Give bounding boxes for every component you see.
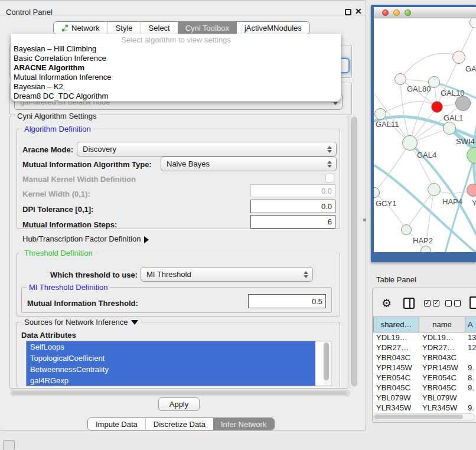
mi-threshold-label: Mutual Information Threshold: bbox=[27, 299, 138, 308]
table-row[interactable]: YDR27…YDR27…12 bbox=[373, 343, 476, 353]
tab-network[interactable]: Network bbox=[54, 22, 108, 34]
kernel-width-label: Kernel Width (0,1): bbox=[22, 190, 90, 198]
network-canvas[interactable]: GAL GAL80 GAL10 GAL1 GAL11 SWI4 GAL4 GCY… bbox=[374, 18, 476, 252]
panel-divider-handle[interactable] bbox=[363, 219, 366, 221]
column-header-shared[interactable]: shared… bbox=[373, 317, 419, 332]
node-swi4[interactable] bbox=[443, 122, 456, 135]
collapse-down-icon bbox=[131, 320, 138, 325]
node-label-gal11: GAL11 bbox=[376, 120, 399, 129]
node-unlabeled-bottom[interactable] bbox=[420, 246, 431, 252]
node-gal4[interactable] bbox=[402, 135, 418, 151]
menu-item-mutual-information[interactable]: Mutual Information Inference bbox=[11, 73, 341, 82]
deselect-checkbox-icon[interactable] bbox=[445, 300, 452, 306]
select-all-checkbox-icon-2[interactable]: ✓ bbox=[433, 300, 439, 306]
node-label-gal10: GAL10 bbox=[441, 89, 464, 97]
attr-item-betweennesscentrality[interactable]: BetweennessCentrality bbox=[27, 364, 315, 375]
which-threshold-select[interactable]: MI Threshold bbox=[141, 267, 313, 282]
attr-item-topologicalcoefficient[interactable]: TopologicalCoefficient bbox=[27, 353, 315, 364]
columns-icon[interactable] bbox=[403, 298, 415, 309]
combo-arrows-icon bbox=[327, 146, 332, 153]
node-label-gcy1: GCY1 bbox=[376, 199, 396, 208]
node-label-swi4: SWI4 bbox=[456, 137, 475, 146]
column-header-partial[interactable]: A bbox=[465, 317, 476, 332]
node-hap4[interactable] bbox=[428, 183, 441, 196]
close-window-icon[interactable] bbox=[382, 9, 389, 16]
menu-item-aracne[interactable]: ARACNE Algorithm bbox=[11, 63, 341, 73]
table-row[interactable]: YDL19…YDL19…13 bbox=[373, 332, 476, 343]
export-table-icon[interactable] bbox=[470, 296, 476, 309]
table-row[interactable]: YER054CYER054C8. bbox=[373, 373, 476, 383]
tab-discretize-data[interactable]: Discretize Data bbox=[146, 418, 213, 430]
apply-button[interactable]: Apply bbox=[158, 397, 200, 411]
node-gal80[interactable] bbox=[395, 73, 406, 85]
menu-item-basic-correlation[interactable]: Basic Correlation Inference bbox=[11, 54, 341, 63]
table-row[interactable]: YBR045CYBR045C9. bbox=[373, 383, 476, 393]
gear-icon[interactable]: ⚙ bbox=[382, 296, 392, 310]
table-row[interactable]: YPR145WYPR145W9. bbox=[373, 363, 476, 373]
hub-definition-label: Hub/Transcription Factor Definition bbox=[22, 234, 141, 243]
deselect-checkbox-icon-2[interactable] bbox=[454, 300, 461, 306]
mi-steps-field[interactable]: 6 bbox=[250, 215, 335, 229]
attr-list-scrollbar[interactable] bbox=[323, 343, 330, 385]
table-row[interactable]: YLR345WYLR345W9. bbox=[373, 403, 476, 413]
tab-select[interactable]: Select bbox=[141, 22, 178, 34]
tab-style[interactable]: Style bbox=[108, 22, 141, 34]
tab-network-label: Network bbox=[71, 24, 100, 32]
algorithm-definition-title: Algorithm Definition bbox=[22, 125, 93, 133]
select-all-checkbox-icon[interactable]: ✓ bbox=[424, 300, 431, 306]
node-label-gal1: GAL1 bbox=[444, 113, 463, 122]
tab-impute-data[interactable]: Impute Data bbox=[88, 418, 146, 430]
data-attributes-list[interactable]: SelfLoops TopologicalCoefficient Between… bbox=[26, 341, 331, 386]
network-icon bbox=[61, 24, 69, 32]
table-horizontal-scrollbar[interactable] bbox=[373, 413, 475, 420]
tab-infer-network-label: Infer Network bbox=[221, 420, 266, 429]
table-toolbar: ⚙ ✓ ✓ bbox=[372, 295, 476, 313]
menu-item-bayesian-k2[interactable]: Bayesian – K2 bbox=[11, 82, 341, 92]
combo-arrows-icon bbox=[327, 161, 332, 168]
node-table: shared… name A YDL19…YDL19…13 YDR27…YDR2… bbox=[373, 317, 476, 419]
manual-kernel-checkbox[interactable] bbox=[325, 174, 334, 182]
aracne-mode-select[interactable]: Discovery bbox=[77, 142, 337, 156]
dpi-tolerance-field[interactable]: 0.0 bbox=[250, 200, 335, 213]
which-threshold-value: MI Threshold bbox=[146, 270, 191, 279]
algorithm-dropdown-popup: Select algorithm to view settings Bayesi… bbox=[11, 34, 341, 102]
float-window-icon[interactable] bbox=[345, 9, 351, 15]
attr-item-selfloops[interactable]: SelfLoops bbox=[27, 341, 315, 353]
attr-item-gal4rgexp[interactable]: gal4RGexp bbox=[27, 375, 315, 386]
tab-jactivemnodules-label: jActiveMNodules bbox=[244, 24, 302, 32]
table-row[interactable]: YBR043CYBR043C bbox=[373, 353, 476, 363]
settings-horizontal-scrollbar[interactable] bbox=[11, 390, 350, 396]
bottom-grip-icon[interactable] bbox=[3, 440, 15, 450]
expand-right-icon bbox=[144, 236, 149, 243]
hub-definition-expander[interactable]: Hub/Transcription Factor Definition bbox=[22, 234, 149, 243]
column-header-name[interactable]: name bbox=[419, 317, 465, 332]
node-salmon[interactable] bbox=[467, 184, 476, 197]
close-panel-icon[interactable]: ✕ bbox=[355, 6, 362, 16]
menu-item-bayesian-hill-climbing[interactable]: Bayesian – Hill Climbing bbox=[11, 44, 341, 54]
node-hap2[interactable] bbox=[401, 224, 412, 235]
data-attributes-label: Data Attributes bbox=[21, 331, 76, 340]
network-window-titlebar[interactable] bbox=[374, 7, 476, 18]
kernel-width-field[interactable]: 0.0 bbox=[250, 184, 335, 197]
zoom-window-icon[interactable] bbox=[405, 9, 411, 16]
minimize-window-icon[interactable] bbox=[393, 9, 400, 16]
control-panel-tabs: Network Style Select Cyni Toolbox jActiv… bbox=[53, 21, 310, 34]
dpi-tolerance-value: 0.0 bbox=[321, 202, 332, 211]
mi-steps-label: Mutual Information Steps: bbox=[22, 220, 117, 229]
tab-jactivemnodules[interactable]: jActiveMNodules bbox=[237, 22, 309, 34]
tab-cyni-toolbox[interactable]: Cyni Toolbox bbox=[178, 22, 237, 34]
node-gal11[interactable] bbox=[374, 108, 386, 120]
cyni-bottom-tabs: Impute Data Discretize Data Infer Networ… bbox=[87, 418, 275, 431]
menu-item-dream8[interactable]: Dream8 DC_TDC Algorithm bbox=[11, 92, 341, 101]
mi-type-select[interactable]: Naive Bayes bbox=[161, 156, 337, 171]
manual-kernel-label: Manual Kernel Width Definition bbox=[22, 175, 136, 184]
node-gal1-red[interactable] bbox=[431, 101, 443, 113]
node-gal-partial[interactable] bbox=[452, 51, 465, 64]
node-gray[interactable] bbox=[455, 96, 471, 111]
mi-threshold-field[interactable]: 0.5 bbox=[248, 294, 326, 308]
tab-infer-network[interactable]: Infer Network bbox=[213, 418, 274, 430]
sources-title: Sources for Network Inference bbox=[22, 318, 141, 327]
tab-discretize-data-label: Discretize Data bbox=[154, 420, 206, 429]
settings-vertical-scrollbar[interactable] bbox=[350, 116, 357, 389]
table-row[interactable]: YBL079WYBL079W bbox=[373, 393, 476, 403]
